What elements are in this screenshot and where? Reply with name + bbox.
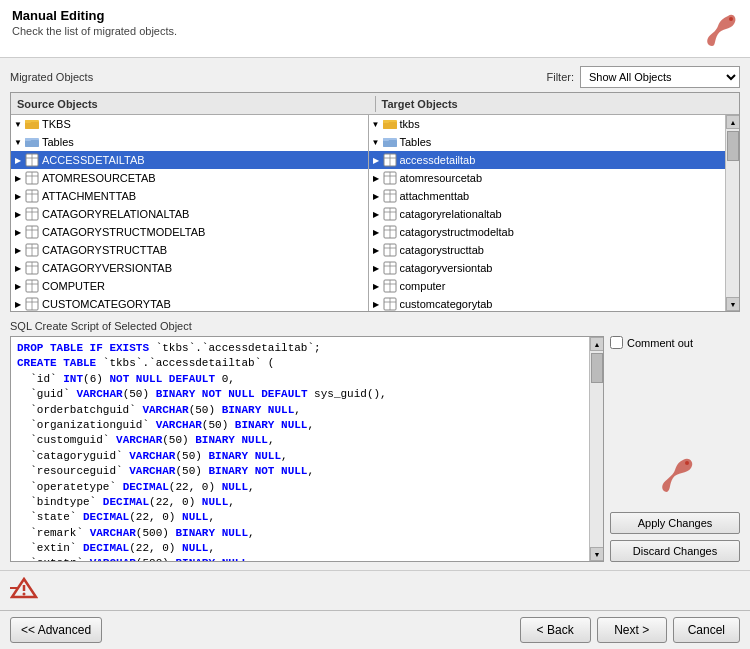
sql-section: SQL Create Script of Selected Object DRO… [10, 320, 740, 562]
source-table-catagorystructtab: CATAGORYSTRUCTTAB [42, 244, 167, 256]
list-item[interactable]: ▶ COMPUTER [11, 277, 368, 295]
sql-editor[interactable]: DROP TABLE IF EXISTS `tkbs`.`accessdetai… [11, 337, 589, 561]
list-item[interactable]: ▶ CUSTOMCATEGORYTAB [11, 295, 368, 311]
apply-changes-button[interactable]: Apply Changes [610, 512, 740, 534]
filter-select[interactable]: Show All Objects Show Changed Objects Sh… [580, 66, 740, 88]
advanced-button[interactable]: << Advanced [10, 617, 102, 643]
dolphin-icon [698, 8, 738, 53]
list-item[interactable]: ▼ TKBS [11, 115, 368, 133]
list-item[interactable]: ▼ tkbs [369, 115, 726, 133]
expand-icon: ▶ [13, 209, 23, 219]
table-icon [25, 171, 39, 185]
table-icon [383, 243, 397, 257]
expand-icon: ▶ [371, 155, 381, 165]
expand-icon: ▶ [371, 245, 381, 255]
folder-icon [383, 117, 397, 131]
list-item[interactable]: ▶ ATOMRESOURCETAB [11, 169, 368, 187]
target-pane[interactable]: ▼ tkbs ▼ Tables ▶ [369, 115, 726, 311]
list-item[interactable]: ▶ catagoryversiontab [369, 259, 726, 277]
sql-scroll-up[interactable]: ▲ [590, 337, 604, 351]
expand-icon: ▶ [371, 299, 381, 309]
list-item[interactable]: ▶ CATAGORYRELATIONALTAB [11, 205, 368, 223]
expand-icon: ▶ [13, 227, 23, 237]
chevron-down-icon: ▼ [371, 119, 381, 129]
expand-icon: ▶ [13, 245, 23, 255]
sql-editor-wrapper: DROP TABLE IF EXISTS `tkbs`.`accessdetai… [10, 336, 604, 562]
table-icon [25, 225, 39, 239]
source-table-catagoryrelationaltab: CATAGORYRELATIONALTAB [42, 208, 189, 220]
source-table-customcategorytab: CUSTOMCATEGORYTAB [42, 298, 171, 310]
target-table-customcategorytab: customcategorytab [400, 298, 493, 310]
warning-icon [10, 577, 38, 604]
sql-right-panel: Comment out Apply Changes Discard [610, 336, 740, 562]
svg-point-73 [685, 461, 689, 465]
source-tables-label: Tables [42, 136, 74, 148]
filter-label: Filter: [547, 71, 575, 83]
list-item[interactable]: ▶ customcategorytab [369, 295, 726, 311]
target-table-attachmenttab: attachmenttab [400, 190, 470, 202]
table-icon [383, 297, 397, 311]
chevron-down-icon: ▼ [13, 119, 23, 129]
list-item[interactable]: ▶ computer [369, 277, 726, 295]
table-icon [383, 171, 397, 185]
table-icon [383, 153, 397, 167]
page-subtitle: Check the list of migrated objects. [12, 25, 177, 37]
table-icon [25, 297, 39, 311]
sql-scroll-track [590, 351, 603, 547]
expand-icon: ▶ [13, 155, 23, 165]
list-item[interactable]: ▶ CATAGORYSTRUCTTAB [11, 241, 368, 259]
list-item[interactable]: ▼ Tables [369, 133, 726, 151]
list-item[interactable]: ▶ atomresourcetab [369, 169, 726, 187]
table-icon [383, 261, 397, 275]
source-table-accessdetailtab: ACCESSDETAILTAB [42, 154, 145, 166]
source-pane[interactable]: ▼ TKBS ▼ Tables [11, 115, 369, 311]
list-item[interactable]: ▼ Tables [11, 133, 368, 151]
sql-scroll-thumb[interactable] [591, 353, 603, 383]
target-table-catagoryversiontab: catagoryversiontab [400, 262, 493, 274]
source-col-header: Source Objects [11, 96, 376, 112]
target-tables-label: Tables [400, 136, 432, 148]
list-item[interactable]: ▶ ACCESSDETAILTAB [11, 151, 368, 169]
sql-scroll-down[interactable]: ▼ [590, 547, 604, 561]
list-item[interactable]: ▶ ATTACHMENTTAB [11, 187, 368, 205]
objects-scrollbar[interactable]: ▲ ▼ [725, 115, 739, 311]
objects-header-row: Source Objects Target Objects [11, 93, 739, 115]
svg-point-76 [23, 593, 26, 596]
list-item[interactable]: ▶ attachmenttab [369, 187, 726, 205]
svg-rect-42 [383, 138, 389, 141]
svg-rect-5 [25, 140, 39, 147]
target-table-accessdetailtab: accessdetailtab [400, 154, 476, 166]
discard-changes-button[interactable]: Discard Changes [610, 540, 740, 562]
expand-icon: ▶ [13, 263, 23, 273]
folder-icon [25, 135, 39, 149]
objects-body: ▼ TKBS ▼ Tables [11, 115, 739, 311]
page-title: Manual Editing [12, 8, 177, 23]
list-item[interactable]: ▶ catagorystructtab [369, 241, 726, 259]
folder-icon [383, 135, 397, 149]
next-button[interactable]: Next > [597, 617, 667, 643]
scroll-up-button[interactable]: ▲ [726, 115, 739, 129]
cancel-button[interactable]: Cancel [673, 617, 740, 643]
comment-out-checkbox[interactable] [610, 336, 623, 349]
table-icon [25, 279, 39, 293]
list-item[interactable]: ▶ CATAGORYVERSIONTAB [11, 259, 368, 277]
scroll-thumb[interactable] [727, 131, 739, 161]
target-table-catagorystructtab: catagorystructtab [400, 244, 484, 256]
target-table-computer: computer [400, 280, 446, 292]
table-icon [383, 189, 397, 203]
expand-icon: ▶ [13, 173, 23, 183]
list-item[interactable]: ▶ accessdetailtab [369, 151, 726, 169]
sql-body: DROP TABLE IF EXISTS `tkbs`.`accessdetai… [10, 336, 740, 562]
table-icon [25, 261, 39, 275]
source-table-computer: COMPUTER [42, 280, 105, 292]
back-button[interactable]: < Back [520, 617, 591, 643]
sql-section-header: SQL Create Script of Selected Object [10, 320, 740, 332]
list-item[interactable]: ▶ catagorystructmodeltab [369, 223, 726, 241]
footer-left: << Advanced [10, 617, 102, 643]
scroll-down-button[interactable]: ▼ [726, 297, 739, 311]
chevron-down-icon: ▼ [13, 137, 23, 147]
table-icon [383, 279, 397, 293]
list-item[interactable]: ▶ catagoryrelationaltab [369, 205, 726, 223]
list-item[interactable]: ▶ CATAGORYSTRUCTMODELTAB [11, 223, 368, 241]
sql-scrollbar[interactable]: ▲ ▼ [589, 337, 603, 561]
